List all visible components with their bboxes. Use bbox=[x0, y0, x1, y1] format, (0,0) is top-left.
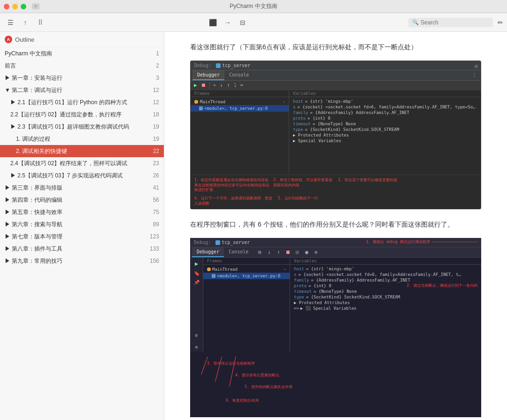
debug1-step-over-btn[interactable]: ↷ bbox=[212, 82, 218, 89]
debug1-resume-btn[interactable]: ▶ bbox=[192, 82, 199, 89]
nav-label-3: ▼ 第二章：调试与运行 bbox=[5, 86, 146, 94]
main-layout: A Outline PyCharm 中文指南 1 前言 2 ▶ 第一章：安装与运… bbox=[0, 32, 507, 420]
nav-item-8[interactable]: 2. 调试相关的快捷键 22 bbox=[0, 145, 164, 157]
debug1-settings-icon[interactable]: ⋮ bbox=[472, 72, 477, 78]
debug2-play-icon[interactable]: ▶ bbox=[195, 260, 198, 267]
content-area[interactable]: 看这张图就行了（下面第6点有误，应该是运行到光标处，而不是下一断点处） Debu… bbox=[164, 32, 507, 420]
debug2-expand-icon[interactable]: ⊕ bbox=[195, 344, 198, 350]
nav-num-8: 22 bbox=[146, 148, 159, 154]
var-s: s= {socket} <socket.socket fd=6, family=… bbox=[291, 104, 479, 110]
nav-item-5[interactable]: 2.2【运行技巧 02】通过指定参数，执行程序 18 bbox=[0, 108, 164, 121]
content-inner: 看这张图就行了（下面第6点有误，应该是运行到光标处，而不是下一断点处） Debu… bbox=[176, 32, 495, 420]
debug2-btn3[interactable]: ↑ bbox=[275, 249, 282, 256]
debug2-pin-icon[interactable]: 📌 bbox=[194, 280, 200, 285]
sidebar-toggle-button[interactable]: ☰ bbox=[4, 16, 17, 29]
debug2-btn6[interactable]: ● bbox=[303, 249, 310, 256]
debug1-eval-btn[interactable]: = bbox=[239, 82, 245, 89]
nav-back-button[interactable]: ⬛ bbox=[206, 16, 219, 29]
maximize-button[interactable] bbox=[21, 4, 26, 9]
var-timeout: timeout= {NoneType} None bbox=[291, 121, 479, 127]
nav-split-button[interactable]: ⊟ bbox=[236, 16, 249, 29]
nav-item-1[interactable]: 前言 2 bbox=[0, 60, 164, 72]
debug2-module-frame[interactable]: <module>, tcp_server.py:6 bbox=[203, 273, 290, 279]
nav-item-17[interactable]: ▶ 第九章：常用的技巧 156 bbox=[0, 255, 164, 267]
frame-module[interactable]: <module>, tcp_server.py:6 bbox=[191, 105, 289, 112]
debug2-var-family: family= {AddressFamily} AddressFamily.AF… bbox=[292, 277, 479, 283]
debug2-module-label: <module>, tcp_server.py:6 bbox=[217, 274, 280, 278]
nav-num-9: 23 bbox=[146, 160, 159, 167]
title-bar: PyCharm 中文指南 × bbox=[0, 0, 507, 13]
nav-label-12: ▶ 第四章：代码的编辑 bbox=[5, 196, 146, 204]
debug2-var-s: s= {socket} <socket.socket fd=6, family=… bbox=[292, 272, 479, 277]
minimize-button[interactable] bbox=[12, 4, 18, 9]
debug2-btn1[interactable]: ⊞ bbox=[256, 249, 263, 256]
outline-title: Outline bbox=[15, 36, 34, 43]
debug2-btn2[interactable]: ↓ bbox=[265, 249, 273, 256]
nav-num-16: 133 bbox=[146, 245, 159, 252]
nav-item-7[interactable]: 1. 调试的过程 19 bbox=[0, 133, 164, 145]
nav-item-16[interactable]: ▶ 第八章：插件与工具 133 bbox=[0, 243, 164, 255]
close-button[interactable] bbox=[4, 4, 9, 9]
nav-item-0[interactable]: PyCharm 中文指南 1 bbox=[0, 47, 164, 60]
debug2-var-type: type= {SocketKind} SocketKind.SOCK_STREA… bbox=[292, 294, 479, 300]
grid-button[interactable]: ⠿ bbox=[34, 16, 47, 29]
debug2-btn7[interactable]: ⊗ bbox=[312, 249, 320, 256]
nav-label-16: ▶ 第八章：插件与工具 bbox=[5, 244, 146, 253]
nav-item-10[interactable]: ▶ 2.5【调试技巧 03】7 步实现远程代码调试 26 bbox=[0, 169, 164, 182]
var-type: type= {SocketKind} SocketKind.SOCK_STREA… bbox=[291, 127, 479, 132]
nav-item-13[interactable]: ▶ 第五章：快捷与效率 75 bbox=[0, 206, 164, 218]
nav-label-15: ▶ 第七章：版本与管理 bbox=[5, 232, 146, 241]
var-special: ▶ Special Variables bbox=[291, 138, 479, 144]
debug2-btn4[interactable]: ⏹ bbox=[284, 249, 292, 256]
nav-item-15[interactable]: ▶ 第七章：版本与管理 123 bbox=[0, 230, 164, 243]
nav-num-11: 41 bbox=[146, 184, 159, 191]
nav-item-4[interactable]: ▶ 2.1【运行技巧 01】运行 Python 的四种方式 12 bbox=[0, 96, 164, 108]
var-proto: proto= {int} 0 bbox=[291, 115, 479, 121]
nav-item-11[interactable]: ▶ 第三章：界面与排版 41 bbox=[0, 182, 164, 194]
debug2-bookmark-icon[interactable]: 🔖 bbox=[194, 271, 200, 276]
para2: 在程序控制窗口，共有 6 个按钮，他们的作用分别又是什么呢？同时看下面这张图就行… bbox=[190, 219, 481, 230]
nav-forward-button[interactable]: → bbox=[221, 16, 234, 29]
edit-button[interactable]: ✏ bbox=[498, 19, 503, 26]
nav-label-9: 2.4【调试技巧 02】程序结束了，照样可以调试 bbox=[10, 159, 146, 168]
debug2-tab-debugger[interactable]: Debugger bbox=[192, 247, 224, 257]
sidebar-header: A Outline bbox=[0, 32, 164, 47]
vars-header: Variables bbox=[289, 90, 481, 97]
nav-item-2[interactable]: ▶ 第一章：安装与运行 3 bbox=[0, 72, 164, 84]
annot1-3: 3. 双击某个变量可以修改变量的值 bbox=[338, 178, 397, 192]
annot1-5: 5. 运行到函数的下一行 bbox=[278, 196, 318, 206]
debug2-btn5[interactable]: ⊡ bbox=[293, 249, 301, 256]
nav-label-13: ▶ 第五章：快捷与效率 bbox=[5, 208, 146, 216]
tab-close-button[interactable]: × bbox=[32, 3, 39, 9]
debug1-run-cursor-btn[interactable]: ⤵ bbox=[232, 82, 238, 89]
toolbar: ☰ ↑ ⠿ ⬛ → ⊟ 🔍 ✏ bbox=[0, 13, 507, 32]
debug2-tab-console[interactable]: Console bbox=[224, 247, 253, 257]
debug2-annot5: 5. 使所有的断点都失去作用 bbox=[245, 384, 477, 389]
nav-num-12: 56 bbox=[146, 197, 159, 203]
search-box: 🔍 bbox=[408, 18, 493, 27]
debug1-tab-console[interactable]: Console bbox=[224, 70, 254, 80]
share-button[interactable]: ↑ bbox=[19, 16, 32, 29]
outline-icon: A bbox=[5, 36, 12, 43]
annot1-4: 4. 运行下一个字符，如果遇到函数调用，更进入该函数 bbox=[194, 196, 274, 206]
debug2-main-thread[interactable]: MainThread ▾ bbox=[203, 266, 290, 273]
frame-main-thread[interactable]: MainThread ▾ bbox=[191, 99, 289, 105]
debug-screenshot-2: Debug: tcp_server 1. 重新以 debug 模式运行调试程序 … bbox=[190, 238, 481, 417]
nav-item-12[interactable]: ▶ 第四章：代码的编辑 56 bbox=[0, 194, 164, 206]
main-thread-label: MainThread bbox=[200, 99, 225, 104]
nav-item-6[interactable]: ▶ 2.3【调试技巧 01】超详细图文教你调试代码 19 bbox=[0, 121, 164, 133]
nav-label-2: ▶ 第一章：安装与运行 bbox=[5, 74, 146, 82]
nav-num-10: 26 bbox=[146, 172, 159, 179]
nav-label-0: PyCharm 中文指南 bbox=[5, 49, 146, 58]
nav-label-7: 1. 调试的过程 bbox=[16, 135, 146, 143]
nav-item-9[interactable]: 2.4【调试技巧 02】程序结束了，照样可以调试 23 bbox=[0, 157, 164, 169]
debug2-settings-icon2[interactable]: ⚙ bbox=[195, 333, 198, 338]
search-input[interactable] bbox=[421, 19, 486, 26]
nav-item-14[interactable]: ▶ 第六章：搜索与导航 89 bbox=[0, 218, 164, 230]
debug1-step-out-btn[interactable]: ↑ bbox=[225, 82, 231, 89]
nav-label-10: ▶ 2.5【调试技巧 03】7 步实现远程代码调试 bbox=[10, 171, 146, 180]
debug1-step-into-btn[interactable]: ↓ bbox=[218, 82, 224, 89]
nav-item-3[interactable]: ▼ 第二章：调试与运行 12 bbox=[0, 84, 164, 96]
debug1-stop-btn[interactable]: ⏹ bbox=[200, 82, 207, 89]
debug1-tab-debugger[interactable]: Debugger bbox=[192, 70, 224, 80]
